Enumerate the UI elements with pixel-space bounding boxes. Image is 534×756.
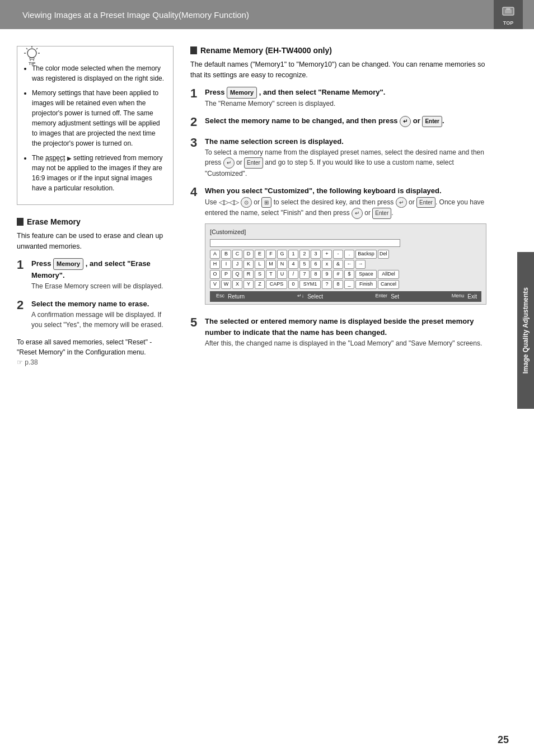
key-G[interactable]: G <box>277 250 287 259</box>
key-L[interactable]: L <box>255 260 265 269</box>
key-space[interactable]: Space <box>355 270 377 279</box>
tip-item-3: The aspect ▶ setting retrieved from memo… <box>32 153 165 193</box>
key-minus[interactable]: - <box>333 250 343 259</box>
key-hash[interactable]: # <box>333 270 343 279</box>
key-I[interactable]: I <box>221 260 231 269</box>
erase-step-2-content: Select the memory name to erase. A confi… <box>31 298 174 330</box>
key-D[interactable]: D <box>243 250 254 259</box>
key-T[interactable]: T <box>266 270 276 279</box>
key-6[interactable]: 6 <box>311 260 321 269</box>
svg-rect-1 <box>505 10 512 13</box>
rename-step-3-sub: To select a memory name from the display… <box>205 147 486 179</box>
erase-step-1-sub: The Erase Memory screen will be displaye… <box>31 281 174 292</box>
key-dot[interactable]: . <box>344 250 354 259</box>
key-caps[interactable]: CAPS <box>266 280 287 289</box>
kbd-status-exit: Menu Exit <box>450 292 477 301</box>
key-8b[interactable]: 8 <box>333 280 343 289</box>
rename-step-2-main: Select the memory name to be changed, an… <box>205 115 444 127</box>
kbd-title: [Customized] <box>210 227 481 237</box>
erase-memory-desc: This feature can be used to erase and cl… <box>17 231 174 253</box>
top-label: TOP <box>503 20 513 26</box>
key-4[interactable]: 4 <box>288 260 298 269</box>
key-J[interactable]: J <box>232 260 242 269</box>
key-P[interactable]: P <box>221 270 231 279</box>
key-F[interactable]: F <box>266 250 276 259</box>
key-arrow-left[interactable]: ← <box>344 260 354 269</box>
key-1[interactable]: 1 <box>288 250 298 259</box>
rename-step-4-main: When you select "Customized", the follow… <box>205 185 486 197</box>
key-2[interactable]: 2 <box>299 250 310 259</box>
key-K[interactable]: K <box>243 260 254 269</box>
key-5[interactable]: 5 <box>299 260 310 269</box>
key-plus[interactable]: + <box>322 250 332 259</box>
key-8[interactable]: 8 <box>311 270 321 279</box>
key-cancel[interactable]: Cancel <box>378 280 399 289</box>
key-H[interactable]: H <box>210 260 220 269</box>
key-underscore[interactable]: _ <box>344 280 354 289</box>
arrow-icon: ▶ <box>67 154 72 162</box>
rename-step-5-main: The selected or entered memory name is d… <box>205 316 486 338</box>
key-Q[interactable]: Q <box>232 270 242 279</box>
key-X[interactable]: X <box>232 280 242 289</box>
kbd-statusbar: Esc Return ↵↓ Select Enter Set Menu Exit <box>210 291 481 302</box>
rename-step-1-content: Press Memory , and then select "Rename M… <box>205 87 385 109</box>
sidebar-tab: Image Quality Adjustments <box>517 252 534 409</box>
erase-step-2-main: Select the memory name to erase. <box>31 298 174 310</box>
rename-step-3-number: 3 <box>190 136 200 150</box>
erase-bottom-note: To erase all saved memories, select "Res… <box>17 337 174 367</box>
ent-button-3a: ↵ <box>223 157 235 169</box>
left-column: TIP The color mode selected when the mem… <box>17 46 174 367</box>
key-backsp[interactable]: Backsp <box>355 250 377 259</box>
key-W[interactable]: W <box>221 280 231 289</box>
erase-step-1-content: Press Memory , and select "Erase Memory"… <box>31 258 174 292</box>
tip-list: The color mode selected when the memory … <box>32 63 165 193</box>
rename-step-4-content: When you select "Customized", the follow… <box>205 185 486 309</box>
key-7[interactable]: 7 <box>299 270 310 279</box>
key-B[interactable]: B <box>221 250 231 259</box>
rename-step-2: 2 Select the memory name to be changed, … <box>190 115 486 129</box>
key-Z[interactable]: Z <box>255 280 265 289</box>
keyboard-mockup: [Customized] A B C D E F G 1 <box>205 223 486 305</box>
key-amp[interactable]: & <box>333 260 343 269</box>
key-U[interactable]: U <box>277 270 287 279</box>
key-O[interactable]: O <box>210 270 220 279</box>
key-dollar[interactable]: $ <box>344 270 354 279</box>
key-V[interactable]: V <box>210 280 220 289</box>
rename-step-3: 3 The name selection screen is displayed… <box>190 136 486 179</box>
kbd-row-1: A B C D E F G 1 2 3 + - . <box>210 250 481 259</box>
enter-button-2b: Enter <box>422 116 442 127</box>
header-title: Viewing Images at a Preset Image Quality… <box>22 10 249 20</box>
kbd-nav-label: ↵↓ <box>296 292 306 300</box>
key-E[interactable]: E <box>255 250 265 259</box>
enter-button-3b: Enter <box>244 157 263 169</box>
key-3[interactable]: 3 <box>311 250 321 259</box>
erase-step-1: 1 Press Memory , and select "Erase Memor… <box>17 258 174 292</box>
key-slash[interactable]: / <box>288 270 298 279</box>
key-Y[interactable]: Y <box>243 280 254 289</box>
key-question[interactable]: ? <box>322 280 332 289</box>
key-9[interactable]: 9 <box>322 270 332 279</box>
key-x[interactable]: x <box>322 260 332 269</box>
rename-step-5-content: The selected or entered memory name is d… <box>205 316 486 349</box>
rename-heading-bar <box>190 46 197 54</box>
key-N[interactable]: N <box>277 260 287 269</box>
key-C[interactable]: C <box>232 250 242 259</box>
key-sym1[interactable]: SYM1 <box>299 280 321 289</box>
key-M[interactable]: M <box>266 260 276 269</box>
page-header: Viewing Images at a Preset Image Quality… <box>0 0 534 29</box>
erase-step-2: 2 Select the memory name to erase. A con… <box>17 298 174 330</box>
key-alldel[interactable]: AllDel <box>378 270 399 279</box>
key-del[interactable]: Del <box>378 250 389 259</box>
rename-step-1-main: Press Memory , and then select "Rename M… <box>205 87 385 99</box>
rename-step-4: 4 When you select "Customized", the foll… <box>190 185 486 309</box>
key-A[interactable]: A <box>210 250 220 259</box>
key-finish[interactable]: Finish <box>355 280 377 289</box>
top-button[interactable]: TOP <box>494 0 523 29</box>
key-S[interactable]: S <box>255 270 265 279</box>
key-R[interactable]: R <box>243 270 254 279</box>
erase-ref-link: ☞ p.38 <box>17 358 38 366</box>
key-arrow-right[interactable]: → <box>355 260 366 269</box>
key-0[interactable]: 0 <box>288 280 298 289</box>
tip-bulb-icon: TIP <box>22 45 42 66</box>
memory-button-erase1: Memory <box>53 258 83 270</box>
